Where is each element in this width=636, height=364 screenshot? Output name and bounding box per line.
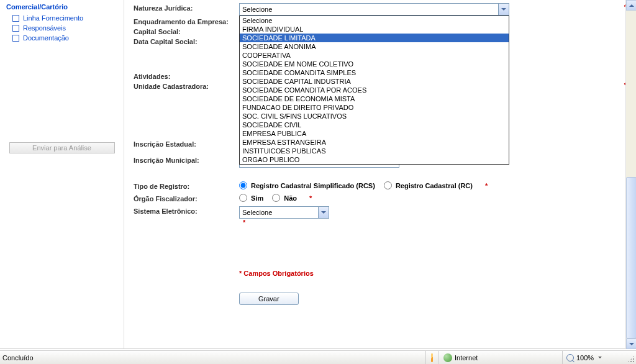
dropdown-option[interactable]: SOCIEDADE ANONIMA [240,42,509,51]
vertical-scrollbar[interactable] [625,0,636,349]
radio-label-nao: Não [284,194,297,202]
resize-grip[interactable] [625,351,636,364]
required-asterisk: * [243,219,245,226]
label-orgao: Órgão Fiscalizador: [134,194,239,202]
dropdown-option[interactable]: SOCIEDADE CIVIL [240,121,509,129]
globe-icon [443,353,452,362]
sidebar-item-label: Documentação [23,34,69,42]
checkbox-icon [12,35,19,42]
label-tipo-registro: Tipo de Registro: [134,181,239,190]
zone-label: Internet [455,354,478,362]
dropdown-option[interactable]: COOPERATIVA [240,51,509,60]
sidebar-item-label: Linha Fornecimento [23,14,83,22]
label-natureza: Natureza Jurídica: [134,3,239,12]
chevron-down-icon[interactable] [498,4,509,15]
label-data-capital: Data Capital Social: [134,37,239,45]
checkbox-icon [12,15,19,22]
dropdown-option[interactable]: SOCIEDADE EM NOME COLETIVO [240,60,509,68]
label-sistema: Sistema Eletrônico: [134,206,239,215]
required-asterisk: * [309,194,312,202]
dropdown-option[interactable]: ORGAO PUBLICO [240,155,509,164]
radio-nao[interactable] [272,194,280,202]
required-asterisk: * [485,182,488,189]
dropdown-option[interactable]: EMPRESA PUBLICA [240,129,509,138]
label-inscricao-municipal: Inscrição Municipal: [134,155,239,164]
dropdown-option[interactable]: SOCIEDADE COMANDITA SIMPLES [240,68,509,77]
status-text: Concluído [0,351,426,364]
label-atividades: Atividades: [134,71,239,80]
save-button[interactable]: Gravar [239,293,299,305]
label-capital: Capital Social: [134,27,239,35]
dropdown-option[interactable]: SOC. CIVIL S/FINS LUCRATIVOS [240,112,509,121]
sidebar-item-label: Responsáveis [23,24,66,32]
form-content: Natureza Jurídica: Selecione SelecioneFI… [124,0,636,348]
magnifier-icon [566,354,574,362]
dropdown-option[interactable]: FIRMA INDIVIDUAL [240,25,509,34]
select-value: Selecione [242,6,272,13]
scroll-down-button[interactable] [626,339,636,349]
select-natureza[interactable]: Selecione [239,3,509,16]
required-note: * Campos Obrigatórios [239,270,627,277]
zoom-control[interactable]: 100% [563,351,625,364]
radio-label-rc: Registro Cadastral (RC) [396,182,473,189]
sidebar: Comercial/Cartório Linha Fornecimento Re… [0,0,124,348]
radio-label-sim: Sim [251,194,263,202]
dropdown-option[interactable]: SOCIEDADE LIMITADA [240,34,509,42]
scroll-thumb[interactable] [626,177,636,339]
dropdown-option[interactable]: EMPRESA ESTRANGEIRA [240,138,509,147]
select-sistema[interactable]: Selecione [239,206,329,219]
shield-icon[interactable] [431,353,433,362]
label-inscricao-estadual: Inscrição Estadual: [134,139,239,148]
dropdown-option[interactable]: Selecione [240,16,509,25]
sidebar-item-responsaveis[interactable]: Responsáveis [6,23,117,33]
scroll-up-button[interactable] [626,0,636,11]
dropdown-option[interactable]: SOCIEDADE CAPITAL INDUSTRIA [240,77,509,86]
sidebar-item-linha[interactable]: Linha Fornecimento [6,13,117,23]
label-enquadramento: Enquadramento da Empresa: [134,17,239,25]
checkbox-icon [12,25,19,32]
sidebar-title: Comercial/Cartório [6,3,117,11]
dropdown-option[interactable]: INSTITUICOES PUBLICAS [240,147,509,155]
sidebar-item-documentacao[interactable]: Documentação [6,33,117,43]
dropdown-option[interactable]: FUNDACAO DE DIREITO PRIVADO [240,103,509,112]
chevron-down-icon[interactable] [318,207,329,218]
dropdown-option[interactable]: SOCIEDADE DE ECONOMIA MISTA [240,94,509,103]
radio-sim[interactable] [239,194,247,202]
send-for-analysis-button: Enviar para Análise [9,142,115,153]
status-bar: Concluído Internet 100% [0,350,636,364]
status-zone[interactable]: Internet [438,351,563,364]
radio-rcs[interactable] [239,181,247,189]
dropdown-natureza[interactable]: SelecioneFIRMA INDIVIDUALSOCIEDADE LIMIT… [239,16,509,165]
select-value: Selecione [242,209,272,216]
chevron-down-icon[interactable] [598,357,602,358]
dropdown-option[interactable]: SOCIEDADE COMANDITA POR ACOES [240,86,509,94]
radio-label-rcs: Registro Cadastral Simplificado (RCS) [251,182,375,189]
label-unidade: Unidade Cadastradora: [134,81,239,90]
zoom-value: 100% [576,354,594,362]
radio-rc[interactable] [384,181,392,189]
